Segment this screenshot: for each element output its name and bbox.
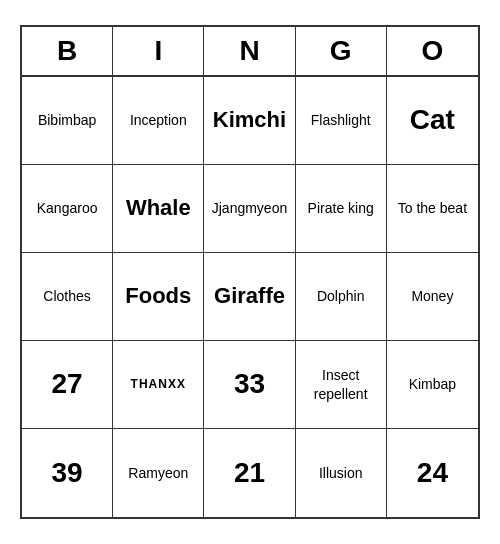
header-n: N — [204, 27, 295, 75]
cell-text-18: Insect repellent — [300, 366, 382, 402]
header-o: O — [387, 27, 478, 75]
cell-text-15: 27 — [52, 366, 83, 402]
bingo-cell-16: THANXX — [113, 341, 204, 429]
cell-text-20: 39 — [52, 455, 83, 491]
bingo-cell-0: Bibimbap — [22, 77, 113, 165]
bingo-cell-3: Flashlight — [296, 77, 387, 165]
bingo-cell-12: Giraffe — [204, 253, 295, 341]
bingo-cell-21: Ramyeon — [113, 429, 204, 517]
cell-text-10: Clothes — [43, 287, 90, 305]
bingo-cell-4: Cat — [387, 77, 478, 165]
cell-text-8: Pirate king — [308, 199, 374, 217]
bingo-cell-5: Kangaroo — [22, 165, 113, 253]
bingo-cell-18: Insect repellent — [296, 341, 387, 429]
cell-text-3: Flashlight — [311, 111, 371, 129]
bingo-cell-24: 24 — [387, 429, 478, 517]
bingo-cell-6: Whale — [113, 165, 204, 253]
bingo-cell-23: Illusion — [296, 429, 387, 517]
bingo-cell-15: 27 — [22, 341, 113, 429]
cell-text-1: Inception — [130, 111, 187, 129]
cell-text-23: Illusion — [319, 464, 363, 482]
header-g: G — [296, 27, 387, 75]
bingo-cell-1: Inception — [113, 77, 204, 165]
bingo-card: B I N G O BibimbapInceptionKimchiFlashli… — [20, 25, 480, 519]
cell-text-12: Giraffe — [214, 282, 285, 311]
header-i: I — [113, 27, 204, 75]
bingo-cell-17: 33 — [204, 341, 295, 429]
bingo-cell-14: Money — [387, 253, 478, 341]
cell-text-17: 33 — [234, 366, 265, 402]
header-b: B — [22, 27, 113, 75]
cell-text-19: Kimbap — [409, 375, 456, 393]
cell-text-6: Whale — [126, 194, 191, 223]
cell-text-7: Jjangmyeon — [212, 199, 288, 217]
bingo-cell-9: To the beat — [387, 165, 478, 253]
bingo-cell-10: Clothes — [22, 253, 113, 341]
cell-text-11: Foods — [125, 282, 191, 311]
cell-text-16: THANXX — [131, 377, 186, 393]
bingo-cell-11: Foods — [113, 253, 204, 341]
bingo-header: B I N G O — [22, 27, 478, 77]
bingo-cell-20: 39 — [22, 429, 113, 517]
bingo-cell-19: Kimbap — [387, 341, 478, 429]
cell-text-24: 24 — [417, 455, 448, 491]
bingo-cell-13: Dolphin — [296, 253, 387, 341]
cell-text-13: Dolphin — [317, 287, 364, 305]
cell-text-21: Ramyeon — [128, 464, 188, 482]
cell-text-9: To the beat — [398, 199, 467, 217]
cell-text-4: Cat — [410, 102, 455, 138]
cell-text-22: 21 — [234, 455, 265, 491]
bingo-cell-2: Kimchi — [204, 77, 295, 165]
bingo-grid: BibimbapInceptionKimchiFlashlightCatKang… — [22, 77, 478, 517]
cell-text-14: Money — [411, 287, 453, 305]
bingo-cell-7: Jjangmyeon — [204, 165, 295, 253]
cell-text-0: Bibimbap — [38, 111, 96, 129]
cell-text-2: Kimchi — [213, 106, 286, 135]
bingo-cell-22: 21 — [204, 429, 295, 517]
cell-text-5: Kangaroo — [37, 199, 98, 217]
bingo-cell-8: Pirate king — [296, 165, 387, 253]
